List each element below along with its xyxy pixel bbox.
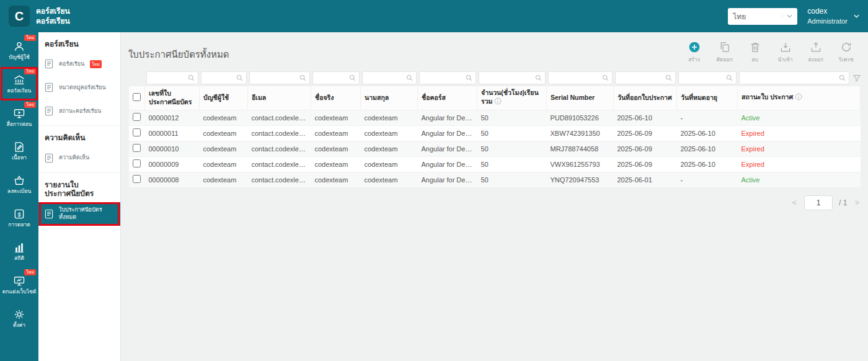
- cell-account: codexteam: [200, 110, 248, 125]
- next-page-button[interactable]: >: [853, 198, 861, 207]
- search-input-expired[interactable]: [678, 71, 737, 84]
- document-icon: [43, 58, 55, 69]
- nav-rail-item-courses[interactable]: ใหม่ คอร์สเรียน: [0, 67, 38, 100]
- row-checkbox[interactable]: [133, 175, 141, 183]
- bar-chart-icon: [13, 241, 25, 254]
- nav-rail-item-media[interactable]: ใหม่ สื่อการสอน: [0, 100, 38, 134]
- cell-serial: XBW742391350: [547, 125, 614, 141]
- nav-rail-item-settings[interactable]: ตั้งค่า: [0, 301, 38, 335]
- search-input-issued[interactable]: [615, 71, 676, 84]
- user-icon: [13, 40, 25, 53]
- create-button[interactable]: สร้าง: [680, 36, 709, 66]
- col-cert-no[interactable]: เลขที่ใบ ประกาศนียบัตร: [145, 86, 200, 110]
- search-input-hours[interactable]: [479, 71, 546, 84]
- row-checkbox[interactable]: [133, 159, 141, 167]
- sidebar-item-all-certificates[interactable]: ใบประกาศนียบัตรทั้งหมด: [38, 202, 120, 226]
- row-checkbox[interactable]: [133, 128, 141, 136]
- nav-rail-label: เนื้อหา: [12, 155, 27, 161]
- nav-rail-item-accounts[interactable]: ใหม่ บัญชีผู้ใช้: [0, 33, 38, 67]
- sidebar-item-comments[interactable]: ความคิดเห็น: [38, 146, 120, 170]
- search-icon: [602, 74, 609, 81]
- current-page-input[interactable]: 1: [804, 195, 833, 210]
- cell-cert-no: 00000012: [145, 110, 200, 125]
- chevron-down-icon: [782, 14, 792, 18]
- nav-icon-rail: ใหม่ บัญชีผู้ใช้ ใหม่ คอร์สเรียน ใหม่ สื…: [0, 32, 38, 361]
- row-checkbox[interactable]: [133, 144, 141, 152]
- column-label: อีเมล: [252, 94, 266, 101]
- export-button[interactable]: ส่งออก: [801, 36, 830, 66]
- top-header: C คอร์สเรียน คอร์สเรียน ไทย codex Admini…: [0, 0, 868, 32]
- search-icon: [406, 74, 413, 81]
- col-last-name[interactable]: นามสกุล: [361, 86, 418, 110]
- nav-rail-label: สื่อการสอน: [7, 122, 32, 128]
- prev-page-button[interactable]: <: [790, 198, 798, 207]
- search-input-serial[interactable]: [548, 71, 613, 84]
- cell-account: codexteam: [200, 125, 248, 141]
- search-input-last-name[interactable]: [362, 71, 417, 84]
- col-status[interactable]: สถานะใบ ประกาศ: [738, 86, 861, 110]
- sidebar-section-certificate-reports: รายงานใบประกาศนียบัตร ใบประกาศนียบัตรทั้…: [38, 173, 120, 229]
- search-icon: [726, 74, 733, 81]
- column-label: เลขที่ใบ ประกาศนียบัตร: [149, 89, 192, 105]
- cell-account: codexteam: [200, 172, 248, 187]
- cell-issued: 2025-06-09: [614, 141, 677, 156]
- app-title: คอร์สเรียน คอร์สเรียน: [36, 6, 70, 26]
- table-row[interactable]: 00000011 codexteam contact.codexlea... c…: [129, 125, 861, 141]
- col-issued[interactable]: วันที่ออกใบประกาศ: [614, 86, 677, 110]
- user-role: Administrator: [807, 17, 848, 25]
- search-input-cert-no[interactable]: [146, 71, 198, 84]
- column-label: บัญชีผู้ใช้: [203, 94, 229, 101]
- nav-rail-item-stats[interactable]: สถิติ: [0, 234, 38, 268]
- import-button[interactable]: นำเข้า: [771, 36, 800, 66]
- col-expired[interactable]: วันที่หมดอายุ: [677, 86, 738, 110]
- cell-status: Expired: [738, 141, 861, 156]
- cell-status: Active: [738, 172, 861, 187]
- sidebar-item-courses[interactable]: คอร์สเรียน ใหม่: [38, 52, 120, 76]
- copy-button[interactable]: คัดลอก: [710, 36, 739, 66]
- nav-rail-item-site-design[interactable]: ใหม่ ตกแต่งเว็บไซต์: [0, 268, 38, 301]
- cell-first-name: codexteam: [311, 172, 361, 187]
- user-menu[interactable]: codex Administrator: [807, 7, 859, 25]
- cell-expired: 2025-06-10: [677, 141, 738, 156]
- cell-expired: -: [677, 172, 738, 187]
- cell-email: contact.codexlea...: [248, 141, 311, 156]
- filter-funnel-icon[interactable]: [852, 74, 861, 82]
- nav-rail-item-enrollment[interactable]: ลงทะเบียน: [0, 167, 38, 201]
- search-input-first-name[interactable]: [312, 71, 360, 84]
- col-account[interactable]: บัญชีผู้ใช้: [200, 86, 248, 110]
- user-name: codex: [807, 7, 848, 17]
- export-icon: [810, 41, 822, 53]
- table-row[interactable]: 00000008 codexteam contact.codexlea... c…: [129, 172, 861, 187]
- cell-status: Expired: [738, 125, 861, 141]
- trash-icon: [749, 41, 761, 53]
- table-row[interactable]: 00000010 codexteam contact.codexlea... c…: [129, 141, 861, 156]
- col-course[interactable]: ชื่อคอร์ส: [418, 86, 477, 110]
- search-input-course[interactable]: [419, 71, 476, 84]
- sidebar-item-course-status[interactable]: สถานะคอร์สเรียน: [38, 99, 120, 123]
- table-row[interactable]: 00000012 codexteam contact.codexlea... c…: [129, 110, 861, 125]
- gear-icon: [13, 308, 25, 321]
- search-input-account[interactable]: [201, 71, 247, 84]
- col-serial[interactable]: Serial Number: [547, 86, 614, 110]
- new-badge: ใหม่: [24, 269, 36, 275]
- delete-button[interactable]: ลบ: [740, 36, 769, 66]
- sidebar-section-courses: คอร์สเรียน คอร์สเรียน ใหม่ หมวดหมู่คอร์ส…: [38, 32, 120, 126]
- col-first-name[interactable]: ชื่อจริง: [311, 86, 361, 110]
- sidebar-item-course-categories[interactable]: หมวดหมู่คอร์สเรียน: [38, 76, 120, 99]
- cell-last-name: codexteam: [361, 141, 418, 156]
- search-input-status[interactable]: [739, 71, 849, 84]
- col-email[interactable]: อีเมล: [248, 86, 311, 110]
- nav-rail-item-marketing[interactable]: $ การตลาด: [0, 201, 38, 234]
- sidebar-section-title: คอร์สเรียน: [38, 32, 120, 52]
- svg-text:$: $: [17, 211, 20, 217]
- copy-icon: [719, 41, 731, 53]
- row-checkbox[interactable]: [133, 113, 141, 121]
- refresh-button[interactable]: รีเฟรช: [831, 36, 861, 66]
- nav-rail-item-content[interactable]: เนื้อหา: [0, 134, 38, 167]
- table-row[interactable]: 00000009 codexteam contact.codexlea... c…: [129, 156, 861, 172]
- col-hours[interactable]: จำนวน(ชั่วโมง)เรียน รวม: [477, 86, 547, 110]
- search-icon: [299, 74, 306, 81]
- search-input-email[interactable]: [249, 71, 310, 84]
- language-select[interactable]: ไทย: [728, 8, 797, 25]
- select-all-checkbox[interactable]: [133, 93, 141, 101]
